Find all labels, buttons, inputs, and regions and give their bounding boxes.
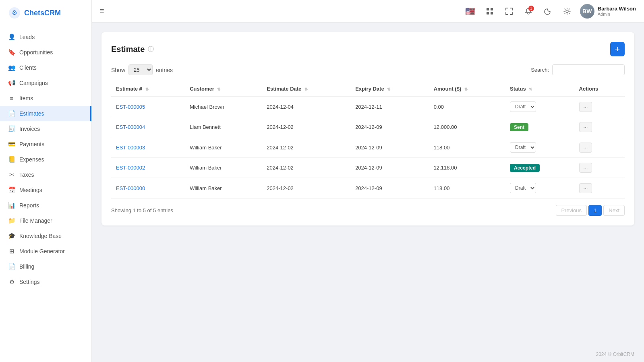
col-header-status[interactable]: Status ⇅ bbox=[505, 82, 574, 96]
sidebar-item-label: File Manager bbox=[19, 217, 52, 224]
sidebar-item-items[interactable]: ≡Items bbox=[0, 91, 91, 106]
sort-icon: ⇅ bbox=[304, 87, 308, 91]
action-menu-button[interactable]: ··· bbox=[579, 183, 592, 193]
sidebar: ⚙ ChetsCRM 👤Leads🔖Opportunities👥Clients📢… bbox=[0, 0, 92, 362]
sidebar-item-label: Estimates bbox=[19, 110, 44, 117]
estimate-link[interactable]: EST-000004 bbox=[116, 124, 145, 130]
col-header-expiry_date[interactable]: Expiry Date ⇅ bbox=[350, 82, 429, 96]
sidebar-item-label: Billing bbox=[19, 263, 34, 270]
info-icon[interactable]: ⓘ bbox=[148, 46, 154, 53]
sidebar-item-billing[interactable]: 📄Billing bbox=[0, 259, 91, 274]
entries-label: entries bbox=[156, 67, 173, 73]
estimate-number: EST-000005 bbox=[111, 96, 185, 117]
header-actions: 🇺🇸 1 bbox=[464, 4, 636, 19]
sidebar-item-label: Opportunities bbox=[19, 49, 53, 56]
action-menu-button[interactable]: ··· bbox=[579, 143, 592, 153]
action-menu-button[interactable]: ··· bbox=[579, 122, 592, 132]
estimate-number: EST-000004 bbox=[111, 117, 185, 137]
settings-icon: ⚙ bbox=[8, 278, 15, 285]
sidebar-item-expenses[interactable]: 📒Expenses bbox=[0, 152, 91, 167]
sidebar-item-label: Invoices bbox=[19, 126, 40, 132]
user-name: Barbara Wilson bbox=[598, 6, 636, 12]
entries-select[interactable]: 102550100 bbox=[128, 64, 153, 75]
status-select[interactable]: Draft bbox=[510, 183, 536, 193]
actions-cell: ··· bbox=[574, 96, 625, 117]
sidebar-item-estimates[interactable]: 📄Estimates bbox=[0, 106, 91, 121]
amount: 12,118.00 bbox=[429, 158, 505, 178]
apps-icon bbox=[486, 8, 493, 15]
sidebar-item-taxes[interactable]: ✂Taxes bbox=[0, 167, 91, 182]
sidebar-item-campaigns[interactable]: 📢Campaigns bbox=[0, 75, 91, 91]
sidebar-item-settings[interactable]: ⚙Settings bbox=[0, 274, 91, 290]
search-box: Search: bbox=[531, 64, 625, 75]
next-button[interactable]: Next bbox=[603, 205, 625, 216]
settings-icon[interactable] bbox=[561, 5, 574, 18]
file-manager-icon: 📁 bbox=[8, 217, 15, 224]
knowledge-base-icon: 🎓 bbox=[8, 232, 15, 240]
logo[interactable]: ⚙ ChetsCRM bbox=[0, 0, 91, 26]
dark-mode-icon[interactable] bbox=[541, 5, 554, 18]
fullscreen-icon[interactable] bbox=[503, 5, 516, 18]
customer-name: Michael Brown bbox=[185, 96, 262, 117]
menu-toggle-icon[interactable]: ≡ bbox=[100, 7, 104, 15]
expand-icon bbox=[505, 8, 513, 15]
col-header-amount[interactable]: Amount ($) ⇅ bbox=[429, 82, 505, 96]
page-title: Estimate bbox=[111, 45, 145, 54]
sidebar-item-label: Knowledge Base bbox=[19, 233, 62, 239]
status-cell: Draft bbox=[505, 178, 574, 199]
status-select[interactable]: Draft bbox=[510, 101, 536, 112]
status-badge: Sent bbox=[510, 123, 528, 131]
grid-icon[interactable] bbox=[483, 5, 496, 18]
actions-cell: ··· bbox=[574, 178, 625, 199]
svg-rect-5 bbox=[491, 12, 493, 14]
table-body: EST-000005Michael Brown2024-12-042024-12… bbox=[111, 96, 625, 199]
expiry-date: 2024-12-11 bbox=[350, 96, 429, 117]
page-card: Estimate ⓘ + Show 102550100 entries Sear… bbox=[101, 32, 634, 225]
col-header-actions: Actions bbox=[574, 82, 625, 96]
user-profile[interactable]: BW Barbara Wilson Admin bbox=[580, 4, 636, 19]
logo-text: ChetsCRM bbox=[24, 9, 61, 17]
sidebar-item-reports[interactable]: 📊Reports bbox=[0, 198, 91, 213]
footer: 2024 © OrbitCRM bbox=[92, 347, 644, 362]
col-header-estimate_date[interactable]: Estimate Date ⇅ bbox=[262, 82, 350, 96]
page-1-button[interactable]: 1 bbox=[588, 205, 602, 216]
notification-badge: 1 bbox=[528, 6, 534, 11]
action-menu-button[interactable]: ··· bbox=[579, 102, 592, 112]
taxes-icon: ✂ bbox=[8, 171, 15, 178]
sidebar-item-label: Items bbox=[19, 95, 33, 101]
language-flag-icon[interactable]: 🇺🇸 bbox=[464, 5, 477, 18]
sidebar-item-meetings[interactable]: 📅Meetings bbox=[0, 182, 91, 198]
sidebar-item-knowledge-base[interactable]: 🎓Knowledge Base bbox=[0, 228, 91, 244]
status-select[interactable]: Draft bbox=[510, 142, 536, 153]
estimate-link[interactable]: EST-000005 bbox=[116, 104, 145, 110]
sidebar-item-module-generator[interactable]: ⊞Module Generator bbox=[0, 244, 91, 259]
table-row: EST-000004Liam Bennett2024-12-022024-12-… bbox=[111, 117, 625, 137]
status-badge: Accepted bbox=[510, 164, 540, 172]
col-header-estimate_num[interactable]: Estimate # ⇅ bbox=[111, 82, 185, 96]
estimate-link[interactable]: EST-000002 bbox=[116, 165, 145, 171]
actions-cell: ··· bbox=[574, 137, 625, 158]
col-header-customer[interactable]: Customer ⇅ bbox=[185, 82, 262, 96]
estimate-date: 2024-12-02 bbox=[262, 178, 350, 199]
search-input[interactable] bbox=[552, 64, 625, 75]
sidebar-item-leads[interactable]: 👤Leads bbox=[0, 29, 91, 45]
estimate-date: 2024-12-02 bbox=[262, 158, 350, 178]
estimate-link[interactable]: EST-000003 bbox=[116, 145, 145, 151]
estimates-table: Estimate # ⇅Customer ⇅Estimate Date ⇅Exp… bbox=[111, 82, 625, 199]
payments-icon: 💳 bbox=[8, 141, 15, 148]
add-estimate-button[interactable]: + bbox=[610, 42, 625, 56]
status-cell: Accepted bbox=[505, 158, 574, 178]
customer-name: William Baker bbox=[185, 178, 262, 199]
sidebar-item-payments[interactable]: 💳Payments bbox=[0, 137, 91, 152]
sidebar-item-clients[interactable]: 👥Clients bbox=[0, 60, 91, 75]
svg-rect-2 bbox=[487, 8, 489, 10]
content-area: Estimate ⓘ + Show 102550100 entries Sear… bbox=[92, 23, 644, 347]
sidebar-item-opportunities[interactable]: 🔖Opportunities bbox=[0, 45, 91, 60]
estimate-link[interactable]: EST-000000 bbox=[116, 185, 145, 191]
svg-point-6 bbox=[566, 10, 568, 12]
previous-button[interactable]: Previous bbox=[556, 205, 587, 216]
action-menu-button[interactable]: ··· bbox=[579, 163, 592, 173]
sidebar-item-file-manager[interactable]: 📁File Manager bbox=[0, 213, 91, 228]
sidebar-item-invoices[interactable]: 🧾Invoices bbox=[0, 121, 91, 137]
notification-bell-icon[interactable]: 1 bbox=[522, 5, 535, 18]
